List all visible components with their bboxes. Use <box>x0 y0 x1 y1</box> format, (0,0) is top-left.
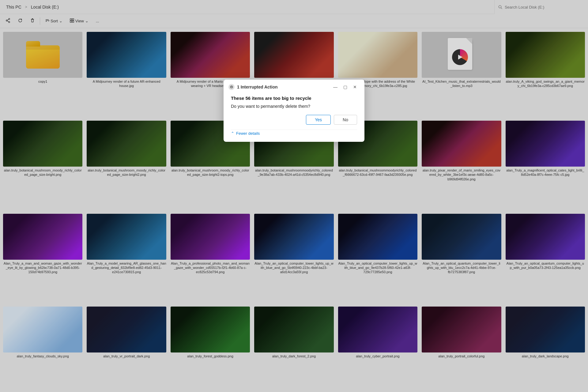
dialog-message1: These 56 items are too big to recycle <box>231 96 357 101</box>
fewer-details-label: Fewer details <box>236 131 260 136</box>
dialog-winctrls: ― ▢ ✕ <box>331 83 360 91</box>
dialog-no-btn[interactable]: No <box>334 115 357 125</box>
dialog-title-text: 1 Interrupted Action <box>237 85 328 89</box>
svg-text:i: i <box>231 86 232 89</box>
dialog-message2: Do you want to permanently delete them? <box>231 104 357 109</box>
dialog-yes-btn[interactable]: Yes <box>306 115 331 125</box>
dialog-title-icon: i <box>228 84 235 90</box>
dialog-titlebar: i 1 Interrupted Action ― ▢ ✕ <box>224 80 364 93</box>
dialog-minimize-btn[interactable]: ― <box>331 83 340 91</box>
dialog-close-btn[interactable]: ✕ <box>350 83 360 91</box>
fewer-chevron-icon: ⌃ <box>231 131 234 136</box>
dialog-buttons: Yes No <box>231 115 357 125</box>
interrupted-action-dialog: i 1 Interrupted Action ― ▢ ✕ These 56 it… <box>224 80 364 142</box>
dialog-overlay: i 1 Interrupted Action ― ▢ ✕ These 56 it… <box>0 0 588 392</box>
dialog-maximize-btn[interactable]: ▢ <box>341 83 350 91</box>
dialog-body: These 56 items are too big to recycle Do… <box>224 93 364 142</box>
dialog-fewer-details[interactable]: ⌃ Fewer details <box>231 130 357 137</box>
